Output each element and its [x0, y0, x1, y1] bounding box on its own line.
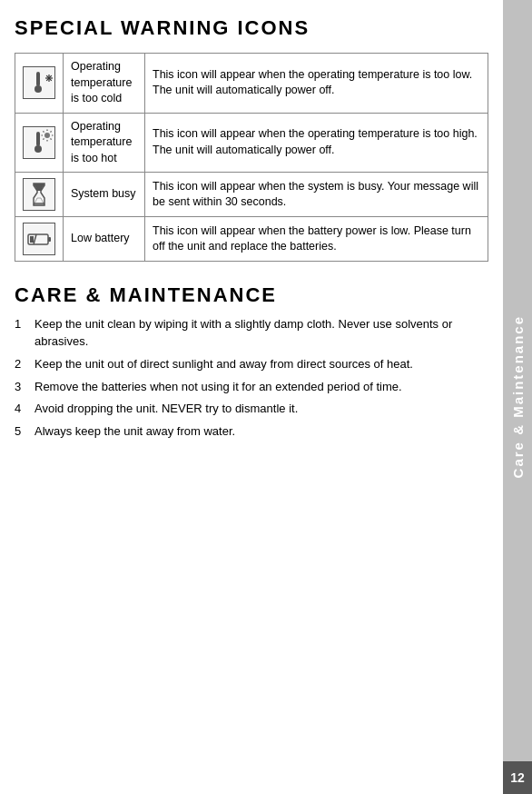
side-tab: 12 Care & Maintenance [503, 0, 532, 794]
table-row: Operating temperature is too hot This ic… [15, 113, 488, 173]
svg-line-17 [51, 131, 52, 132]
svg-rect-22 [48, 237, 51, 242]
hot-description: This icon will appear when the operating… [145, 113, 488, 173]
svg-rect-23 [30, 236, 34, 243]
cold-svg [25, 68, 54, 97]
table-row: System busy This icon will appear when t… [15, 173, 488, 217]
cold-icon [23, 66, 55, 99]
hot-icon-cell [15, 113, 64, 173]
svg-point-10 [44, 133, 50, 138]
list-item-num: 2 [15, 356, 29, 373]
warning-table: Operating temperature is too cold This i… [15, 53, 488, 262]
svg-line-15 [43, 131, 44, 132]
list-item: 3 Remove the batteries when not using it… [15, 379, 488, 396]
side-tab-label: Care & Maintenance [510, 315, 526, 478]
warning-icons-title: SPECIAL WARNING ICONS [15, 16, 488, 40]
busy-svg [25, 180, 54, 209]
list-item-text: Always keep the unit away from water. [34, 423, 235, 441]
table-row: Operating temperature is too cold This i… [15, 54, 488, 114]
list-item: 5 Always keep the unit away from water. [15, 423, 488, 441]
svg-line-16 [51, 138, 52, 139]
battery-icon [23, 223, 55, 255]
cold-description: This icon will appear when the operating… [145, 54, 488, 114]
battery-label: Low battery [64, 217, 145, 262]
list-item-text: Keep the unit clean by wiping it with a … [34, 316, 488, 351]
busy-label: System busy [64, 173, 145, 217]
list-item-text: Keep the unit out of direct sunlight and… [34, 356, 413, 373]
busy-description: This icon will appear when the system is… [145, 173, 488, 217]
battery-icon-cell [15, 217, 64, 262]
list-item-text: Avoid dropping the unit. NEVER try to di… [34, 401, 298, 418]
list-item: 1 Keep the unit clean by wiping it with … [15, 316, 488, 351]
battery-svg [25, 224, 54, 253]
battery-description: This icon will appear when the battery p… [145, 217, 488, 262]
svg-rect-9 [37, 141, 39, 149]
care-list: 1 Keep the unit clean by wiping it with … [15, 316, 488, 441]
svg-line-18 [43, 138, 44, 139]
busy-icon-cell [15, 173, 64, 217]
svg-rect-2 [37, 81, 39, 89]
care-maintenance-title: CARE & MAINTENANCE [15, 283, 488, 307]
list-item: 2 Keep the unit out of direct sunlight a… [15, 356, 488, 373]
page-number: 12 [503, 761, 532, 794]
list-item-num: 4 [15, 401, 29, 418]
hot-label: Operating temperature is too hot [64, 113, 145, 173]
busy-icon [23, 178, 55, 211]
list-item: 4 Avoid dropping the unit. NEVER try to … [15, 401, 488, 418]
hot-icon [23, 126, 55, 159]
list-item-num: 3 [15, 379, 29, 396]
cold-label: Operating temperature is too cold [64, 54, 145, 114]
table-row: Low battery This icon will appear when t… [15, 217, 488, 262]
list-item-num: 1 [15, 316, 29, 333]
hot-svg [25, 128, 54, 157]
list-item-num: 5 [15, 423, 29, 441]
list-item-text: Remove the batteries when not using it f… [34, 379, 402, 396]
cold-icon-cell [15, 54, 64, 114]
svg-line-24 [34, 234, 36, 244]
